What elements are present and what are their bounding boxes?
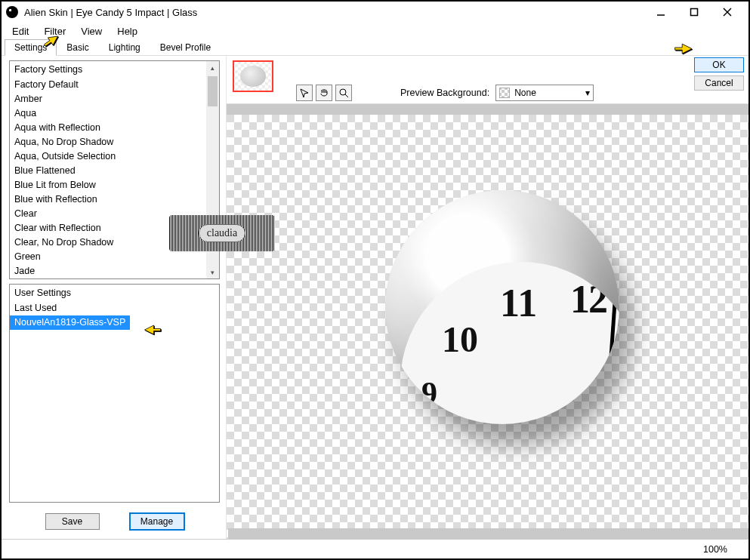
- maximize-button[interactable]: [677, 2, 711, 22]
- menu-edit[interactable]: Edit: [5, 24, 36, 38]
- minimize-button[interactable]: [644, 2, 677, 22]
- scroll-up-icon[interactable]: ▴: [206, 61, 219, 74]
- list-item[interactable]: Last Used: [10, 301, 219, 315]
- preview-bg-value: None: [514, 88, 536, 98]
- separator-band: [228, 528, 748, 539]
- list-item[interactable]: Opaque Aqua: [10, 278, 219, 279]
- svg-line-5: [345, 94, 348, 97]
- transparent-swatch-icon: [499, 88, 510, 98]
- glass-sphere-preview: 9 10 11 12: [385, 190, 619, 424]
- menu-view[interactable]: View: [73, 24, 110, 38]
- list-item[interactable]: Aqua with Reflection: [10, 121, 219, 135]
- plugin-dialog: Alien Skin | Eye Candy 5 Impact | Glass …: [0, 0, 750, 560]
- app-icon: [6, 6, 18, 18]
- svg-point-4: [340, 89, 346, 95]
- window-title: Alien Skin | Eye Candy 5 Impact | Glass: [24, 7, 644, 18]
- scroll-thumb[interactable]: [208, 76, 218, 106]
- dialog-buttons: OK Cancel: [694, 57, 744, 91]
- pointer-cursor-icon: [42, 32, 66, 50]
- clock-numeral: 12: [570, 277, 606, 322]
- list-item[interactable]: Aqua, Outside Selection: [10, 149, 219, 164]
- user-settings-header: User Settings: [10, 285, 219, 301]
- move-tool-icon[interactable]: [296, 85, 313, 101]
- preview-canvas[interactable]: 9 10 11 12: [227, 115, 748, 539]
- clock-numeral: 10: [442, 318, 478, 360]
- tab-strip: Settings Basic Lighting Bevel Profile: [2, 39, 748, 56]
- chevron-down-icon: ▾: [585, 88, 590, 98]
- preview-thumbnail[interactable]: [233, 60, 273, 92]
- status-bar: 100%: [2, 539, 748, 558]
- tool-group: [296, 85, 352, 101]
- clock-numeral: 11: [500, 281, 537, 325]
- window-controls: [644, 2, 744, 22]
- hand-tool-icon[interactable]: [316, 85, 332, 101]
- right-panel: Preview Background: None ▾ OK Cancel: [227, 56, 748, 539]
- manage-button[interactable]: Manage: [130, 513, 184, 530]
- ok-button[interactable]: OK: [694, 57, 744, 72]
- preview-background-control: Preview Background: None ▾: [400, 85, 594, 101]
- pointer-cursor-icon: [144, 323, 168, 341]
- separator-band: [227, 104, 748, 115]
- menu-help[interactable]: Help: [110, 24, 145, 38]
- list-item[interactable]: Amber: [10, 92, 219, 106]
- menu-bar: Edit Filter View Help: [2, 23, 748, 39]
- thumbnail-sphere-icon: [240, 66, 266, 87]
- save-button[interactable]: Save: [45, 513, 100, 530]
- list-item[interactable]: Blue Flattened: [10, 164, 219, 178]
- main-area: Factory Settings Factory Default Amber A…: [2, 56, 748, 539]
- preview-bg-label: Preview Background:: [400, 88, 489, 98]
- preview-toolbar: Preview Background: None ▾ OK Cancel: [227, 56, 748, 104]
- list-item[interactable]: Blue with Reflection: [10, 192, 219, 207]
- svg-rect-1: [691, 9, 698, 16]
- pointer-cursor-icon: [674, 42, 698, 60]
- preset-button-row: Save Manage: [9, 507, 220, 530]
- list-item[interactable]: Jade: [10, 264, 219, 278]
- list-item[interactable]: Aqua: [10, 106, 219, 121]
- zoom-tool-icon[interactable]: [335, 85, 352, 101]
- watermark-text: claudia: [199, 224, 245, 242]
- factory-settings-header: Factory Settings: [10, 61, 219, 78]
- list-item-selected[interactable]: NouvelAn1819-Glass-VSP: [10, 315, 130, 330]
- list-item[interactable]: Aqua, No Drop Shadow: [10, 135, 219, 149]
- watermark-badge: claudia: [169, 215, 275, 251]
- left-panel: Factory Settings Factory Default Amber A…: [2, 56, 227, 539]
- scroll-down-icon[interactable]: ▾: [206, 266, 219, 278]
- tab-bevel-profile[interactable]: Bevel Profile: [150, 39, 221, 55]
- zoom-level: 100%: [703, 544, 727, 555]
- list-item[interactable]: Factory Default: [10, 78, 219, 92]
- close-button[interactable]: [711, 2, 744, 22]
- tab-lighting[interactable]: Lighting: [99, 39, 150, 55]
- preview-bg-dropdown[interactable]: None ▾: [495, 85, 594, 101]
- list-item[interactable]: Green: [10, 250, 219, 264]
- user-settings-list[interactable]: User Settings Last Used NouvelAn1819-Gla…: [9, 284, 220, 503]
- title-bar: Alien Skin | Eye Candy 5 Impact | Glass: [2, 2, 748, 23]
- list-item[interactable]: Blue Lit from Below: [10, 178, 219, 192]
- cancel-button[interactable]: Cancel: [694, 75, 744, 91]
